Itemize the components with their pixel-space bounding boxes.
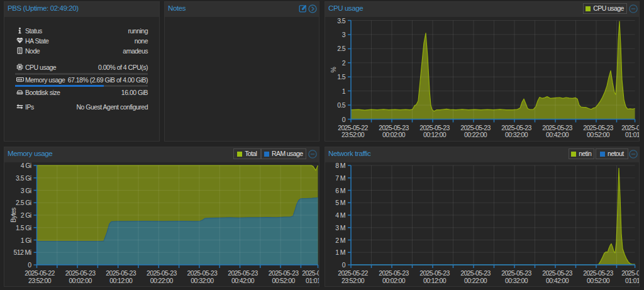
svg-text:00:32:00: 00:32:00 (191, 277, 214, 284)
svg-text:1 Gi: 1 Gi (21, 237, 31, 244)
svg-text:2025-05-23: 2025-05-23 (187, 269, 218, 277)
svg-text:23:52:00: 23:52:00 (341, 131, 365, 138)
svg-text:00:22:00: 00:22:00 (464, 131, 487, 138)
svg-text:01:01:00: 01:01:00 (625, 277, 639, 284)
svg-text:00:52:00: 00:52:00 (587, 277, 610, 284)
svg-text:01:01:00: 01:01:00 (625, 131, 639, 138)
svg-text:1 M: 1 M (335, 248, 345, 256)
svg-text:5 M: 5 M (335, 199, 345, 206)
svg-text:2025-05-23: 2025-05-23 (147, 269, 177, 277)
svg-text:2025-05-23: 2025-05-23 (621, 124, 639, 131)
svg-text:0: 0 (28, 261, 31, 269)
svg-text:2025-05-23: 2025-05-23 (379, 124, 409, 131)
svg-text:3: 3 (342, 31, 346, 38)
svg-text:2025-05-23: 2025-05-23 (542, 269, 572, 277)
svg-text:4 M: 4 M (335, 211, 345, 219)
svg-text:01:01:00: 01:01:00 (306, 277, 319, 284)
svg-text:00:12:00: 00:12:00 (109, 277, 133, 284)
svg-text:Bytes: Bytes (9, 208, 17, 223)
svg-text:7 M: 7 M (335, 174, 345, 182)
svg-text:4 Gi: 4 Gi (21, 162, 31, 169)
svg-text:2025-05-22: 2025-05-22 (25, 269, 55, 277)
svg-text:00:32:00: 00:32:00 (505, 131, 528, 138)
svg-text:1.5: 1.5 (337, 73, 346, 81)
svg-text:2025-05-23: 2025-05-23 (106, 269, 136, 277)
svg-text:2025-05-23: 2025-05-23 (542, 124, 572, 131)
svg-text:1: 1 (342, 87, 346, 95)
svg-text:2025-05-22: 2025-05-22 (338, 269, 368, 277)
svg-text:00:12:00: 00:12:00 (423, 277, 447, 284)
svg-text:2025-05-23: 2025-05-23 (419, 269, 450, 277)
svg-text:0: 0 (342, 261, 346, 269)
svg-text:23:52:00: 23:52:00 (28, 277, 52, 284)
svg-text:2025-05-23: 2025-05-23 (228, 269, 258, 277)
svg-text:2025-05-23: 2025-05-23 (302, 269, 319, 277)
svg-text:2025-05-23: 2025-05-23 (583, 269, 613, 277)
svg-text:6 M: 6 M (335, 187, 345, 194)
svg-text:2025-05-23: 2025-05-23 (583, 124, 613, 131)
svg-text:8 M: 8 M (335, 162, 345, 169)
svg-text:2 Gi: 2 Gi (21, 211, 31, 219)
svg-text:00:02:00: 00:02:00 (382, 277, 406, 284)
svg-text:0: 0 (342, 116, 346, 123)
svg-text:2 M: 2 M (335, 237, 345, 244)
svg-text:3 Gi: 3 Gi (21, 187, 31, 194)
svg-text:1.5 Gi: 1.5 Gi (16, 224, 31, 231)
svg-text:2025-05-23: 2025-05-23 (460, 124, 491, 131)
svg-text:3.5: 3.5 (337, 17, 346, 25)
svg-text:2025-05-23: 2025-05-23 (460, 269, 491, 277)
svg-text:2025-05-23: 2025-05-23 (379, 269, 409, 277)
svg-text:00:32:00: 00:32:00 (505, 277, 528, 284)
svg-text:%: % (330, 67, 337, 72)
svg-text:00:22:00: 00:22:00 (150, 277, 174, 284)
svg-text:2: 2 (342, 59, 346, 67)
svg-text:2.5 Gi: 2.5 Gi (16, 199, 31, 206)
svg-text:2025-05-23: 2025-05-23 (269, 269, 299, 277)
svg-text:00:52:00: 00:52:00 (587, 131, 610, 138)
svg-text:00:52:00: 00:52:00 (272, 277, 296, 284)
svg-text:00:02:00: 00:02:00 (382, 131, 406, 138)
svg-text:00:42:00: 00:42:00 (546, 131, 569, 138)
svg-text:2025-05-23: 2025-05-23 (65, 269, 96, 277)
svg-text:2.5: 2.5 (337, 45, 346, 52)
svg-text:23:52:00: 23:52:00 (341, 277, 365, 284)
svg-text:2025-05-23: 2025-05-23 (501, 269, 531, 277)
svg-text:0.5: 0.5 (337, 101, 346, 109)
svg-text:00:22:00: 00:22:00 (464, 277, 487, 284)
svg-text:3.5 Gi: 3.5 Gi (16, 174, 31, 182)
svg-text:00:42:00: 00:42:00 (546, 277, 569, 284)
svg-text:00:12:00: 00:12:00 (423, 131, 447, 138)
svg-text:2025-05-23: 2025-05-23 (501, 124, 531, 131)
svg-text:00:42:00: 00:42:00 (231, 277, 255, 284)
svg-text:3 M: 3 M (335, 224, 345, 231)
svg-text:2025-05-23: 2025-05-23 (419, 124, 450, 131)
svg-text:512 Mi: 512 Mi (14, 248, 31, 256)
svg-text:00:02:00: 00:02:00 (69, 277, 92, 284)
svg-text:2025-05-22: 2025-05-22 (338, 124, 368, 131)
svg-text:2025-05-23: 2025-05-23 (621, 269, 639, 277)
